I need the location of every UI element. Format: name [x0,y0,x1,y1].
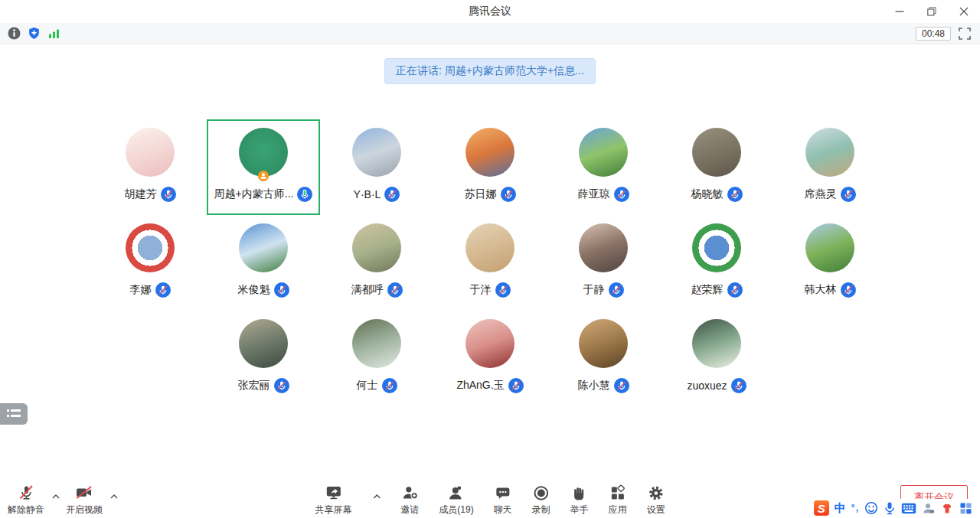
record-button[interactable]: 录制 [532,484,550,516]
close-button[interactable] [948,0,980,23]
ime-account-icon[interactable] [922,502,935,515]
participant-tile[interactable]: zuoxuez [660,311,773,406]
network-signal-icon[interactable] [47,27,60,40]
participant-tile[interactable]: 赵荣辉 [660,215,773,311]
participant-tile[interactable]: 苏日娜 [433,119,547,215]
meeting-info-icon[interactable] [8,27,21,40]
settings-button[interactable]: 设置 [647,484,665,516]
participant-name: 胡建芳 [125,187,157,201]
participant-tile[interactable]: 席燕灵 [773,119,887,215]
participant-tile[interactable]: 于静 [547,215,660,311]
speaking-banner: 正在讲话: 周越+内蒙古师范大学+信息... [384,58,596,84]
avatar [239,319,288,368]
avatar-wrap [466,128,514,177]
participant-tile[interactable]: Y·B·L [320,119,433,215]
layout-switch-button[interactable] [0,403,28,425]
apps-button[interactable]: 应用 [609,484,627,516]
mic-muted-status-icon [387,282,403,298]
avatar-wrap [579,128,628,177]
participant-name: 苏日娜 [465,187,497,201]
record-label: 录制 [532,503,550,516]
participant-tile[interactable]: 米俊魁 [207,215,320,311]
avatar [352,319,401,368]
status-bar: 00:48 [0,23,980,44]
fullscreen-icon[interactable] [959,28,971,40]
avatar [239,128,288,177]
ime-punctuation-toggle[interactable]: °, [851,503,859,513]
invite-label: 邀请 [400,503,419,516]
participant-tile[interactable]: 张宏丽 [207,311,320,406]
unmute-button[interactable]: 解除静音 [8,484,44,516]
name-row: 苏日娜 [465,187,516,202]
mic-muted-status-icon [731,378,746,393]
participant-tile[interactable]: ZhAnG.玉 [433,311,547,406]
participant-row: 胡建芳 周越+内蒙古师... Y·B·L 苏日娜 薛亚琼 杨晓敏 [0,119,980,215]
ime-language-toggle[interactable]: 中 [835,501,846,516]
participant-tile[interactable]: 陈小慧 [547,311,660,406]
participant-name: 于静 [583,283,605,297]
security-shield-icon[interactable] [28,27,41,40]
participant-tile[interactable]: 满都呼 [320,215,433,311]
mic-muted-status-icon [155,282,171,298]
mic-muted-status-icon [274,378,289,393]
participant-tile[interactable]: 胡建芳 [93,119,207,215]
members-icon [448,484,466,502]
share-options-chevron[interactable] [373,488,381,502]
participant-tile[interactable]: 于洋 [433,215,547,311]
mic-muted-status-icon [274,282,289,298]
list-layout-icon [7,409,21,419]
mute-options-chevron[interactable] [52,488,60,502]
record-icon [532,484,550,502]
ime-toolbox-icon[interactable] [959,502,972,515]
apps-label: 应用 [609,503,627,516]
chat-label: 聊天 [494,503,512,516]
bottom-toolbar: 解除静音 开启视频 共享屏幕 [0,481,980,518]
ime-toolbar: S 中 °, [811,499,975,517]
name-row: 于洋 [470,282,511,298]
raise-hand-button[interactable]: 举手 [570,484,589,516]
participant-row: 张宏丽 何士 ZhAnG.玉 陈小慧 zuoxuez [0,311,980,406]
toolbar-left-group: 解除静音 开启视频 [8,484,118,516]
name-row: 韩大林 [805,282,856,298]
mic-active-status-icon [297,187,312,202]
restore-button[interactable] [916,0,948,23]
window-title: 腾讯会议 [469,5,511,18]
avatar [126,128,175,177]
meeting-window: 腾讯会议 00:48 正在讲话: 周越+内蒙古师范大学+信息... 胡建芳 [0,0,980,518]
name-row: 席燕灵 [805,187,856,202]
chat-bubble-icon [494,484,511,502]
ime-emoji-icon[interactable] [864,501,878,515]
avatar-wrap [352,223,401,272]
ime-voice-icon[interactable] [884,501,896,515]
avatar [579,223,628,272]
share-screen-button[interactable]: 共享屏幕 [315,484,351,516]
chat-button[interactable]: 聊天 [494,484,512,516]
mic-muted-status-icon [727,282,743,298]
raise-hand-icon [570,484,588,502]
share-screen-icon [325,484,342,502]
participant-tile[interactable]: 李娜 [93,215,207,311]
mic-muted-status-icon [727,187,743,202]
avatar-wrap [352,128,401,177]
members-label: 成员(19) [439,503,473,516]
members-button[interactable]: 成员(19) [439,484,473,516]
video-options-chevron[interactable] [110,488,118,502]
participant-tile[interactable]: 韩大林 [773,215,887,311]
participant-tile[interactable]: 周越+内蒙古师... [207,119,320,215]
ime-logo-icon[interactable]: S [814,500,829,516]
participant-tile[interactable]: 薛亚琼 [547,119,660,215]
participant-tile[interactable]: 杨晓敏 [660,119,773,215]
name-row: 于静 [583,282,624,298]
name-row: 张宏丽 [238,378,289,393]
participant-tile[interactable]: 何士 [320,311,433,406]
minimize-button[interactable] [884,0,916,23]
start-video-button[interactable]: 开启视频 [66,484,103,516]
ime-skin-icon[interactable] [940,502,954,515]
avatar [466,128,514,177]
mic-muted-status-icon [841,282,856,298]
settings-gear-icon [647,484,665,502]
share-screen-label: 共享屏幕 [315,503,351,516]
participant-name: 于洋 [470,283,492,297]
invite-button[interactable]: 邀请 [400,484,419,516]
ime-keyboard-icon[interactable] [901,503,916,514]
